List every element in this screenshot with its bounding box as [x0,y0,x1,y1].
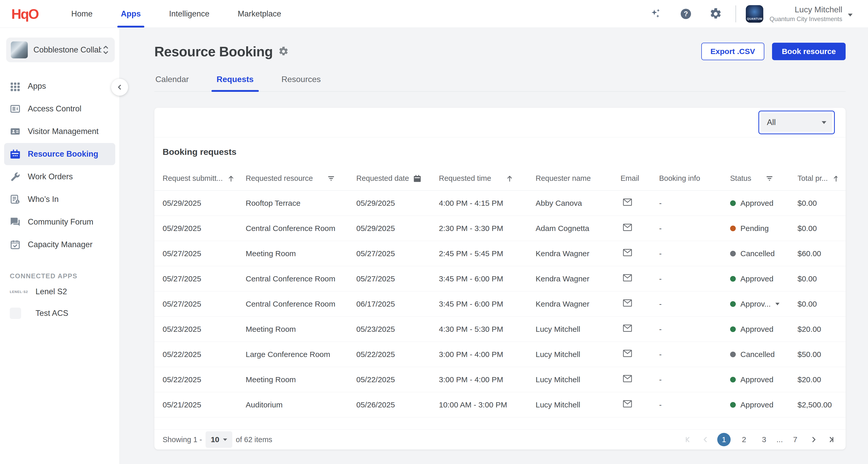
cell-requested-date: 05/29/2025 [356,224,439,233]
status-badge[interactable]: Cancelled [730,350,798,359]
nav-home[interactable]: Home [71,0,93,28]
page-2-button[interactable]: 2 [737,433,751,446]
sidebar-item-community-forum[interactable]: Community Forum [4,211,115,233]
email-icon[interactable] [623,374,632,383]
tab-calendar[interactable]: Calendar [154,73,190,91]
page-3-button[interactable]: 3 [757,433,771,446]
col-request-submitted[interactable]: Request submitt... [163,174,246,183]
status-badge[interactable]: Approved [730,199,798,208]
avatar[interactable]: QUANTUM [746,5,763,23]
sidebar-item-visitor-management[interactable]: Visitor Management [4,120,115,143]
nav-intelligence[interactable]: Intelligence [169,0,209,28]
col-email[interactable]: Email [621,174,659,183]
email-icon[interactable] [623,198,632,206]
cell-total-price: $50.00 [798,350,837,359]
sidebar-menu: Apps Access Control Visitor Management R… [0,75,119,256]
sidebar-item-lenel-s2[interactable]: LENEL·S2 Lenel S2 [4,282,115,302]
next-page-button[interactable] [807,433,820,446]
email-icon[interactable] [623,400,632,408]
cell-requested-resource: Auditorium [246,400,356,409]
card-title-row: Booking requests [154,137,846,166]
col-status[interactable]: Status [730,174,798,183]
visitor-badge-icon [10,126,21,137]
cell-requested-resource: Large Conference Room [246,350,356,359]
cell-request-submitted: 05/29/2025 [163,199,246,208]
nav-apps[interactable]: Apps [121,0,141,28]
status-badge[interactable]: Pending [730,224,798,233]
sidebar-item-test-acs[interactable]: Test ACS [4,303,115,323]
table-row: 05/27/2025 Central Conference Room 05/27… [154,266,846,291]
table-row: 05/27/2025 Meeting Room 05/27/2025 2:45 … [154,241,846,266]
sidebar-item-label: Capacity Manager [28,240,93,249]
sidebar-item-capacity-manager[interactable]: Capacity Manager [4,234,115,256]
settings-gear-icon[interactable] [278,46,289,57]
status-label: Approved [740,199,773,208]
gear-icon[interactable] [707,5,725,23]
status-label: Cancelled [740,350,775,359]
sidebar-item-resource-booking[interactable]: Resource Booking [4,143,115,165]
page-7-button[interactable]: 7 [788,433,802,446]
last-page-button[interactable] [824,433,837,446]
cell-booking-info: - [659,350,730,359]
top-nav: HqO Home Apps Intelligence Marketplace ?… [0,0,868,28]
book-resource-button[interactable]: Book resource [772,43,846,60]
hqo-logo[interactable]: HqO [11,6,38,22]
email-icon[interactable] [623,274,632,282]
cell-email [621,324,659,334]
sidebar-item-access-control[interactable]: Access Control [4,98,115,120]
cell-requested-time: 4:30 PM - 5:30 PM [439,325,536,334]
main-content: Resource Booking Export .CSV Book resour… [120,28,868,464]
cell-request-submitted: 05/27/2025 [163,249,246,258]
cell-email [621,374,659,384]
table-body: 05/29/2025 Rooftop Terrace 05/29/2025 4:… [154,191,846,417]
cell-requested-date: 05/27/2025 [356,249,439,258]
cell-request-submitted: 05/23/2025 [163,325,246,334]
ai-sparkle-icon[interactable] [647,5,665,23]
sidebar-item-whos-in[interactable]: Who’s In [4,188,115,210]
cell-total-price: $2,500.00 [798,400,837,409]
export-csv-button[interactable]: Export .CSV [701,43,764,60]
cell-requested-date: 05/23/2025 [356,325,439,334]
page-size-select[interactable]: 10 [206,431,232,448]
status-badge[interactable]: Approved [730,400,798,409]
cell-requester-name: Lucy Mitchell [536,350,621,359]
user-menu[interactable]: Lucy Mitchell Quantum City Investments [770,5,842,23]
email-icon[interactable] [623,223,632,231]
col-requester-name[interactable]: Requester name [536,174,621,183]
email-icon[interactable] [623,349,632,358]
status-badge[interactable]: Approved [730,274,798,283]
table-row: 05/27/2025 Central Conference Room 06/17… [154,291,846,317]
first-page-button[interactable] [682,433,695,446]
status-badge[interactable]: Cancelled [730,249,798,258]
help-icon[interactable]: ? [677,5,695,23]
cell-booking-info: - [659,300,730,308]
col-requested-time[interactable]: Requested time [439,174,536,183]
nav-marketplace[interactable]: Marketplace [238,0,281,28]
status-badge[interactable]: Approved [730,325,798,334]
nav-divider [736,5,736,22]
tab-resources[interactable]: Resources [280,73,322,91]
email-icon[interactable] [623,299,632,307]
email-icon[interactable] [623,248,632,257]
email-icon[interactable] [623,324,632,332]
sidebar-item-apps[interactable]: Apps [4,75,115,97]
col-booking-info[interactable]: Booking info [659,174,730,183]
prev-page-button[interactable] [699,433,712,446]
sidebar-collapse-button[interactable] [111,79,128,96]
status-filter-select[interactable]: All [758,111,835,134]
chat-icon [10,217,21,227]
col-total-price[interactable]: Total pr... [798,174,837,183]
cell-booking-info: - [659,224,730,233]
chevron-down-icon[interactable] [848,13,852,17]
connected-app-label: Test ACS [35,309,68,318]
col-requested-date[interactable]: Requested date [356,174,439,183]
tab-requests[interactable]: Requests [216,73,255,91]
col-requested-resource[interactable]: Requested resource [246,174,356,183]
status-badge[interactable]: Approved [730,375,798,384]
status-badge[interactable]: Approv... [730,300,798,308]
sidebar-item-work-orders[interactable]: Work Orders [4,166,115,188]
chevron-down-icon[interactable] [775,303,779,305]
cell-requested-time: 3:45 PM - 6:00 PM [439,300,536,308]
building-selector[interactable]: Cobblestone Collabo... [6,37,115,62]
page-1-button[interactable]: 1 [717,433,731,446]
